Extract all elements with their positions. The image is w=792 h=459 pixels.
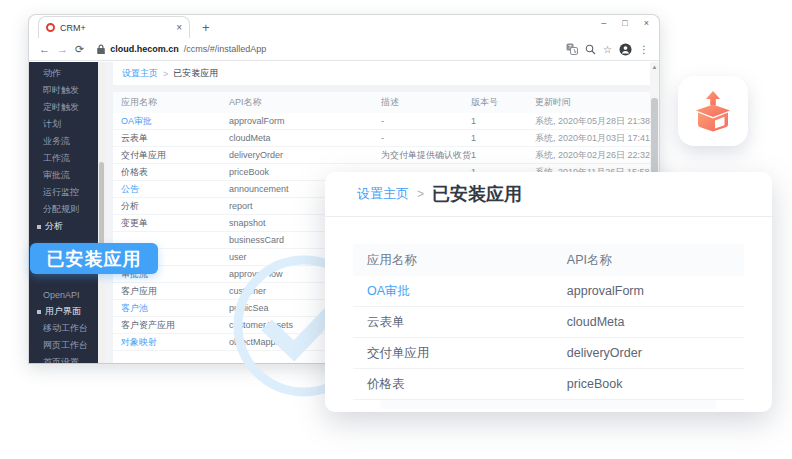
panel-api-name-cell: approvalForm (567, 284, 744, 298)
updated-time-cell: 系统, 2020年05月28日 21:38 (535, 115, 650, 128)
panel-table-header-row: 应用名称 API名称 (353, 244, 744, 276)
browser-tab[interactable]: CRM+ × (38, 16, 190, 38)
sidebar-item[interactable]: 业务流 (29, 133, 98, 150)
panel-table-row: 交付单应用deliveryOrder (353, 338, 744, 369)
tab-title: CRM+ (60, 23, 171, 33)
forward-icon[interactable]: → (57, 43, 68, 55)
sidebar-item-label: OpenAPI (43, 290, 80, 300)
reload-icon[interactable]: ⟳ (75, 43, 84, 56)
sidebar-item-label: 分析 (45, 220, 63, 233)
sidebar-item[interactable]: 计划 (29, 116, 98, 133)
app-name: 变更单 (121, 217, 229, 230)
tab-strip: CRM+ × + – □ × (29, 15, 659, 38)
sidebar-item[interactable]: OpenAPI (29, 286, 98, 303)
column-header-api-name: API名称 (229, 96, 381, 109)
sidebar-item-label: 定时触发 (43, 101, 79, 114)
app-name-link[interactable]: 客户池 (121, 302, 229, 315)
app-name: 客户资产应用 (121, 319, 229, 332)
panel-app-name: 交付单应用 (367, 345, 567, 362)
api-name-cell: deliveryOrder (229, 150, 381, 160)
panel-api-name-cell: deliveryOrder (567, 346, 744, 360)
page-background: CRM+ × + – □ × ← → ⟳ cloud.hecom.cn/ccms… (0, 0, 792, 459)
crm-favicon-icon (46, 23, 55, 32)
scroll-up-icon[interactable]: ▲ (650, 62, 659, 72)
sidebar-item-label: 网页工作台 (43, 339, 88, 352)
url-path: /ccms/#/installedApp (184, 44, 267, 54)
sidebar-item[interactable]: 工作流 (29, 150, 98, 167)
sidebar-item-label: 即时触发 (43, 84, 79, 97)
sidebar-item[interactable]: 分析 (29, 218, 98, 235)
version-cell: 1 (471, 150, 535, 160)
column-header-updated: 更新时间 (535, 96, 650, 109)
app-name-link[interactable]: 对象映射 (121, 336, 229, 349)
panel-api-name-cell: cloudMeta (567, 315, 744, 329)
app-name-link[interactable]: OA审批 (121, 115, 229, 128)
translate-icon[interactable] (566, 43, 578, 55)
browser-toolbar: ← → ⟳ cloud.hecom.cn/ccms/#/installedApp… (29, 38, 659, 61)
installed-apps-callout[interactable]: 已安装应用 (30, 243, 158, 274)
close-button[interactable]: × (644, 18, 649, 28)
new-tab-button[interactable]: + (202, 18, 210, 38)
version-cell: 1 (471, 133, 535, 143)
sidebar-item[interactable]: 分配规则 (29, 201, 98, 218)
back-icon[interactable]: ← (39, 43, 50, 55)
tab-close-icon[interactable]: × (176, 22, 182, 33)
sidebar-item[interactable]: 网页工作台 (29, 337, 98, 354)
url-domain: cloud.hecom.cn (110, 44, 179, 54)
panel-breadcrumb-settings-home-link[interactable]: 设置主页 (357, 185, 409, 203)
panel-app-name-link[interactable]: OA审批 (367, 283, 567, 300)
sidebar-item-label: 计划 (43, 118, 61, 131)
panel-column-header-api-name: API名称 (567, 252, 744, 269)
updated-time-cell: 系统, 2020年01月03日 17:41 (535, 132, 650, 145)
zoom-icon[interactable] (585, 44, 596, 55)
bookmark-star-icon[interactable]: ☆ (603, 44, 612, 55)
sidebar-item-label: 工作流 (43, 152, 70, 165)
description-cell: - (381, 133, 471, 143)
address-bar[interactable]: cloud.hecom.cn/ccms/#/installedApp (91, 41, 559, 58)
breadcrumb-separator: > (163, 69, 168, 79)
sidebar-item[interactable]: 移动工作台 (29, 320, 98, 337)
unbox-arrow-icon (690, 88, 736, 134)
app-name: 云表单 (121, 132, 229, 145)
api-name-cell: cloudMeta (229, 133, 381, 143)
panel-table-row: 云表单cloudMeta (353, 307, 744, 338)
sidebar-item[interactable]: 运行监控 (29, 184, 98, 201)
sidebar-item[interactable]: 审批流 (29, 167, 98, 184)
sidebar: 动作即时触发定时触发计划业务流工作流审批流运行监控分配规则分析OpenAPI用户… (29, 62, 98, 363)
installed-apps-zoom-panel: 设置主页 > 已安装应用 应用名称 API名称 OA审批approvalForm… (325, 172, 772, 412)
sidebar-item[interactable]: 首页设置 (29, 354, 98, 363)
sidebar-item[interactable]: 即时触发 (29, 82, 98, 99)
sidebar-item[interactable]: 动作 (29, 65, 98, 82)
breadcrumb-settings-home-link[interactable]: 设置主页 (122, 67, 158, 80)
sidebar-scrollbar-thumb[interactable] (99, 162, 104, 254)
updated-time-cell: 系统, 2020年02月26日 22:32 (535, 149, 650, 162)
sidebar-item-label: 首页设置 (43, 356, 79, 363)
lock-icon (97, 44, 105, 54)
panel-breadcrumb: 设置主页 > 已安装应用 (325, 172, 772, 217)
sidebar-item[interactable]: 定时触发 (29, 99, 98, 116)
panel-app-name: 云表单 (367, 314, 567, 331)
panel-column-header-app-name: 应用名称 (367, 252, 567, 269)
panel-table-body: OA审批approvalForm云表单cloudMeta交付单应用deliver… (353, 276, 744, 400)
column-header-app-name: 应用名称 (121, 96, 229, 109)
table-row: 交付单应用deliveryOrder为交付单提供确认收货功能1系统, 2020年… (113, 147, 650, 164)
app-name: 客户应用 (121, 285, 229, 298)
sidebar-item[interactable]: 用户界面 (29, 303, 98, 320)
browser-menu-icon[interactable]: ⋮ (639, 44, 649, 55)
section-bullet-icon (37, 310, 41, 314)
panel-breadcrumb-current: 已安装应用 (432, 182, 522, 206)
description-cell: - (381, 116, 471, 126)
sidebar-item-label: 动作 (43, 67, 61, 80)
column-header-description: 描述 (381, 96, 471, 109)
sidebar-item-label: 分配规则 (43, 203, 79, 216)
profile-avatar-icon[interactable] (619, 43, 632, 56)
version-cell: 1 (471, 116, 535, 126)
sidebar-scrollbar[interactable] (98, 62, 105, 363)
table-header-row: 应用名称 API名称 描述 版本号 更新时间 (113, 92, 650, 113)
app-name-link[interactable]: 公告 (121, 183, 229, 196)
maximize-button[interactable]: □ (622, 18, 627, 28)
minimize-button[interactable]: – (601, 18, 606, 28)
panel-next-row-peek (381, 400, 716, 409)
sidebar-item-label: 用户界面 (45, 305, 81, 318)
panel-table: 应用名称 API名称 OA审批approvalForm云表单cloudMeta交… (353, 244, 744, 409)
